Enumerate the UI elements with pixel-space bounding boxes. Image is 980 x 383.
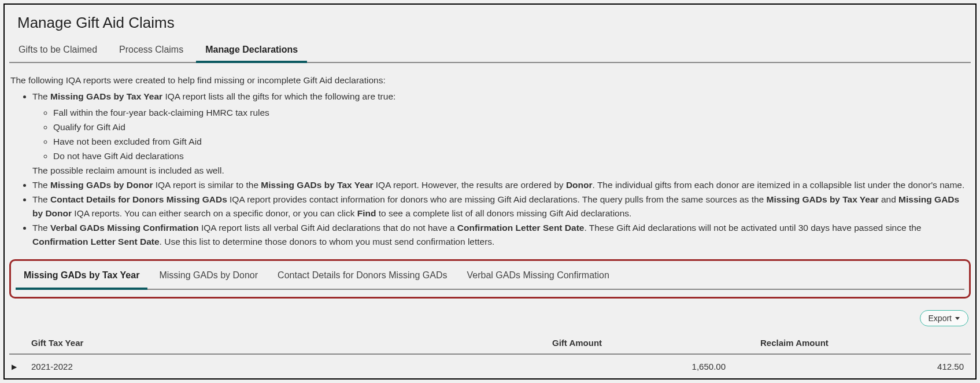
caret-down-icon — [955, 317, 960, 320]
intro-b1-tail: The possible reclaim amount is included … — [32, 165, 224, 175]
tab-process-claims[interactable]: Process Claims — [110, 40, 193, 62]
col-header-year[interactable]: Gift Tax Year — [29, 338, 552, 348]
intro-b1-sub4: Do not have Gift Aid declarations — [53, 149, 971, 163]
export-button[interactable]: Export — [920, 310, 968, 326]
app-frame: Manage Gift Aid Claims Gifts to be Claim… — [3, 3, 977, 380]
export-label: Export — [929, 314, 952, 323]
intro-bullet-3: The Contact Details for Donors Missing G… — [32, 193, 971, 220]
results-table: Gift Tax Year Gift Amount Reclaim Amount… — [9, 332, 971, 379]
subtab-contact-details[interactable]: Contact Details for Donors Missing GADs — [269, 264, 455, 289]
intro-bullet-1: The Missing GADs by Tax Year IQA report … — [32, 90, 971, 178]
col-header-amount[interactable]: Gift Amount — [552, 338, 760, 348]
tab-manage-declarations[interactable]: Manage Declarations — [196, 40, 307, 63]
intro-lead: The following IQA reports were created t… — [10, 73, 971, 87]
expand-row-icon[interactable]: ▶ — [12, 362, 29, 371]
col-header-reclaim[interactable]: Reclaim Amount — [760, 338, 968, 348]
intro-bullet-2: The Missing GADs by Donor IQA report is … — [32, 178, 971, 192]
tab-gifts-to-be-claimed[interactable]: Gifts to be Claimed — [9, 40, 106, 62]
intro-b1-sub2: Qualify for Gift Aid — [53, 120, 971, 134]
subtab-missing-gads-donor[interactable]: Missing GADs by Donor — [151, 264, 266, 289]
intro-text: The following IQA reports were created t… — [9, 73, 971, 249]
cell-year: 2021-2022 — [29, 362, 552, 371]
subtabs-highlight-box: Missing GADs by Tax Year Missing GADs by… — [9, 259, 971, 299]
table-row: ▶ 2021-2022 1,650.00 412.50 — [9, 355, 971, 379]
cell-amount: 1,650.00 — [552, 362, 760, 371]
page-title: Manage Gift Aid Claims — [9, 14, 971, 32]
intro-b1-sub1: Fall within the four-year back-claiming … — [53, 106, 971, 120]
export-row: Export — [9, 299, 971, 330]
subtabs-strip: Missing GADs by Tax Year Missing GADs by… — [16, 264, 964, 290]
subtab-verbal-gads[interactable]: Verbal GADs Missing Confirmation — [459, 264, 617, 289]
subtab-missing-gads-tax-year[interactable]: Missing GADs by Tax Year — [16, 264, 147, 290]
table-header-row: Gift Tax Year Gift Amount Reclaim Amount — [9, 332, 971, 355]
cell-reclaim: 412.50 — [760, 362, 968, 371]
intro-b1-sub3: Have not been excluded from Gift Aid — [53, 135, 971, 149]
intro-bullet-4: The Verbal GADs Missing Confirmation IQA… — [32, 221, 971, 249]
top-tabstrip: Gifts to be Claimed Process Claims Manag… — [9, 40, 971, 63]
